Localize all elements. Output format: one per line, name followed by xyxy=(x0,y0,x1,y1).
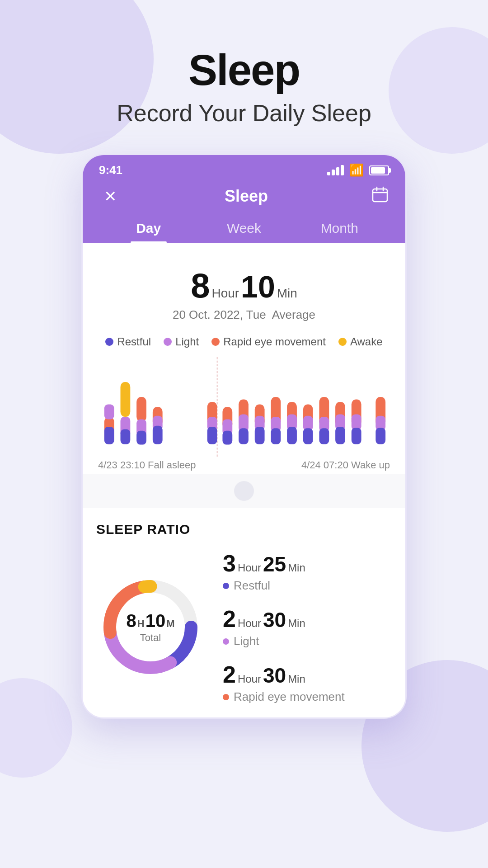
svg-rect-22 xyxy=(222,431,232,445)
rem-hour-label: Hour xyxy=(238,673,261,685)
sleep-ratio-title: SLEEP RATIO xyxy=(96,522,392,537)
light-min-label: Min xyxy=(288,617,305,630)
rem-type-dot xyxy=(223,694,229,700)
tab-week[interactable]: Week xyxy=(196,214,291,243)
restful-hour-label: Hour xyxy=(238,561,261,574)
sleep-time: 8 Hour 10 Min xyxy=(96,266,392,305)
light-hour-label: Hour xyxy=(238,617,261,630)
sleep-ratio-section: SLEEP RATIO 8 H xyxy=(83,508,405,717)
rem-minutes: 30 xyxy=(263,663,286,688)
phone-header: 9:41 📶 ✕ Sleep xyxy=(83,155,405,243)
svg-rect-7 xyxy=(104,427,114,444)
tab-month[interactable]: Month xyxy=(292,214,387,243)
legend-awake: Awake xyxy=(338,335,383,348)
light-minutes: 30 xyxy=(263,608,286,632)
status-bar: 9:41 📶 xyxy=(83,155,405,181)
tabs-row: Day Week Month xyxy=(83,214,405,243)
svg-rect-13 xyxy=(136,431,146,445)
app-title: Sleep xyxy=(117,45,371,95)
calendar-button[interactable] xyxy=(371,185,389,207)
restful-type-label: Restful xyxy=(234,579,270,593)
legend-row: Restful Light Rapid eye movement Awake xyxy=(96,326,392,353)
donut-hours: 8 xyxy=(127,610,136,631)
svg-rect-0 xyxy=(373,189,387,202)
awake-dot xyxy=(338,338,347,346)
phone-content: 8 Hour 10 Min 20 Oct. 2022, Tue Average … xyxy=(83,243,405,474)
donut-chart: 8 H 10 M Total xyxy=(96,573,205,681)
close-button[interactable]: ✕ xyxy=(99,187,122,205)
rem-type-label: Rapid eye movement xyxy=(234,690,345,704)
legend-restful: Restful xyxy=(105,335,151,348)
rem-dot xyxy=(211,338,220,346)
donut-total-label: Total xyxy=(127,632,175,643)
ratio-item-rem: 2 Hour 30 Min Rapid eye movement xyxy=(223,661,392,704)
legend-light: Light xyxy=(164,335,199,348)
ratio-content: 8 H 10 M Total 3 Hour 25 Min xyxy=(96,550,392,704)
rem-hours: 2 xyxy=(223,661,236,688)
sleep-date: 20 Oct. 2022, Tue Average xyxy=(96,308,392,322)
svg-rect-34 xyxy=(287,427,297,444)
svg-rect-16 xyxy=(153,426,163,444)
rem-label: Rapid eye movement xyxy=(223,335,326,348)
status-icons: 📶 xyxy=(327,163,389,177)
restful-type-dot xyxy=(223,583,229,589)
svg-rect-6 xyxy=(104,405,114,420)
svg-rect-25 xyxy=(239,428,249,444)
light-type-label: Light xyxy=(234,634,259,648)
ratio-item-light: 2 Hour 30 Min Light xyxy=(223,605,392,648)
svg-rect-19 xyxy=(207,427,217,444)
app-header: Sleep Record Your Daily Sleep xyxy=(117,0,371,154)
bg-circle-tr xyxy=(389,27,488,154)
restful-label: Restful xyxy=(117,335,151,348)
scroll-dot[interactable] xyxy=(234,481,254,501)
nav-row: ✕ Sleep xyxy=(83,181,405,214)
bg-circle-bl xyxy=(0,678,72,778)
sleep-hours: 8 xyxy=(191,266,210,305)
awake-label: Awake xyxy=(350,335,383,348)
status-time: 9:41 xyxy=(99,163,122,177)
svg-rect-11 xyxy=(136,397,146,422)
svg-rect-37 xyxy=(303,428,313,444)
battery-icon xyxy=(369,165,389,175)
ratio-list: 3 Hour 25 Min Restful 2 Hour 30 xyxy=(223,550,392,704)
nav-title: Sleep xyxy=(225,187,268,206)
restful-hours: 3 xyxy=(223,550,236,577)
svg-rect-31 xyxy=(271,428,281,444)
donut-center: 8 H 10 M Total xyxy=(127,610,175,643)
svg-rect-40 xyxy=(319,428,329,444)
legend-rem: Rapid eye movement xyxy=(211,335,326,348)
signal-icon xyxy=(327,165,344,175)
sleep-stats: 8 Hour 10 Min 20 Oct. 2022, Tue Average xyxy=(96,257,392,326)
restful-min-label: Min xyxy=(288,561,305,574)
rem-min-label: Min xyxy=(288,673,305,685)
tab-day[interactable]: Day xyxy=(101,214,196,243)
restful-dot xyxy=(105,338,113,346)
light-dot xyxy=(164,338,172,346)
sleep-chart xyxy=(96,357,392,457)
app-subtitle: Record Your Daily Sleep xyxy=(117,99,371,127)
svg-rect-49 xyxy=(375,428,385,444)
donut-m-label: M xyxy=(166,618,174,629)
sleep-minutes: 10 xyxy=(241,269,275,304)
chart-times: 4/23 23:10 Fall asleep 4/24 07:20 Wake u… xyxy=(96,457,392,474)
wake-up-time: 4/24 07:20 Wake up xyxy=(301,459,390,471)
ratio-item-restful: 3 Hour 25 Min Restful xyxy=(223,550,392,593)
light-hours: 2 xyxy=(223,605,236,632)
svg-rect-28 xyxy=(255,427,265,444)
restful-minutes: 25 xyxy=(263,552,286,576)
svg-rect-10 xyxy=(121,429,131,444)
light-label: Light xyxy=(175,335,199,348)
scroll-indicator xyxy=(83,474,405,508)
light-type-dot xyxy=(223,638,229,645)
donut-h-label: H xyxy=(137,618,145,629)
fall-asleep-time: 4/23 23:10 Fall asleep xyxy=(98,459,196,471)
svg-rect-46 xyxy=(352,428,361,444)
hour-label: Hour xyxy=(211,286,239,301)
donut-minutes: 10 xyxy=(145,610,166,631)
wifi-icon: 📶 xyxy=(349,163,364,177)
min-label: Min xyxy=(277,286,297,301)
svg-rect-43 xyxy=(335,427,345,444)
svg-rect-8 xyxy=(121,382,131,417)
phone-mockup: 9:41 📶 ✕ Sleep xyxy=(81,154,407,719)
